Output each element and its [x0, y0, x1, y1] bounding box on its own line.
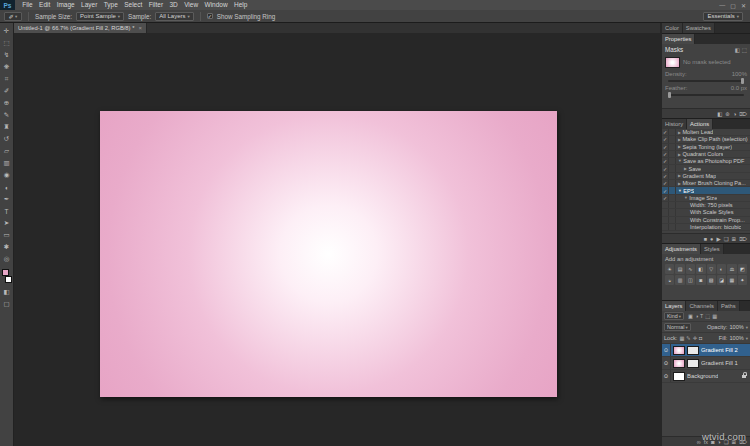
menu-item-3d[interactable]: 3D: [166, 0, 181, 10]
visibility-eye-icon[interactable]: ⊙: [662, 357, 671, 369]
density-slider[interactable]: [668, 80, 744, 82]
crop-tool-icon[interactable]: ⌗: [1, 73, 13, 85]
dialog-toggle-icon[interactable]: [669, 136, 676, 142]
brush-tool-icon[interactable]: ✎: [1, 109, 13, 121]
toggle-item-check-icon[interactable]: ✓: [662, 180, 669, 186]
filter-adjustment-icon[interactable]: ◑: [695, 313, 698, 319]
link-layers-icon[interactable]: ∞: [697, 439, 701, 445]
quick-mask-icon[interactable]: ◧: [1, 286, 13, 298]
record-icon[interactable]: ●: [710, 236, 713, 242]
menu-item-view[interactable]: View: [181, 0, 201, 10]
vibrance-icon[interactable]: ▽: [707, 264, 716, 274]
expand-arrow-icon[interactable]: ▼: [678, 159, 682, 163]
feather-slider[interactable]: [668, 94, 744, 96]
invert-icon[interactable]: ◙: [696, 275, 705, 285]
toggle-item-check-icon[interactable]: ✓: [662, 136, 669, 142]
hand-tool-icon[interactable]: ✱: [1, 241, 13, 253]
filter-type-icon[interactable]: T: [700, 313, 703, 319]
lock-position-icon[interactable]: ✛: [693, 335, 697, 341]
layer-filter-dropdown[interactable]: Kind ▾: [664, 312, 684, 320]
filter-shape-icon[interactable]: ⬚: [705, 313, 710, 319]
threshold-icon[interactable]: ◪: [717, 275, 726, 285]
hue-saturation-icon[interactable]: ◐: [717, 264, 726, 274]
posterize-icon[interactable]: ▨: [707, 275, 716, 285]
new-action-icon[interactable]: ⊞: [732, 236, 737, 242]
move-tool-icon[interactable]: ✛: [1, 25, 13, 37]
action-row[interactable]: ✓▶Make Clip Path (selection): [662, 136, 750, 143]
invert-mask-icon[interactable]: ◑: [733, 111, 736, 117]
minimize-icon[interactable]: —: [719, 2, 725, 9]
action-row[interactable]: ✓▼Image Size: [662, 195, 750, 202]
tab-history[interactable]: History: [662, 119, 687, 129]
expand-arrow-icon[interactable]: ▶: [678, 173, 681, 178]
opacity-value[interactable]: 100%: [729, 324, 743, 330]
close-icon[interactable]: ×: [138, 25, 142, 31]
vector-mask-icon[interactable]: ⬚: [742, 47, 747, 53]
maximize-icon[interactable]: ▢: [730, 2, 736, 9]
feather-value[interactable]: 0.0 px: [731, 85, 747, 91]
dialog-toggle-icon[interactable]: [669, 217, 676, 223]
menu-item-file[interactable]: File: [19, 0, 36, 10]
expand-arrow-icon[interactable]: ▶: [678, 181, 681, 186]
show-sampling-ring-checkbox[interactable]: ✓: [207, 13, 213, 19]
tab-layers[interactable]: Layers: [662, 301, 686, 311]
filter-smart-icon[interactable]: ▦: [712, 313, 717, 319]
menu-item-type[interactable]: Type: [101, 0, 121, 10]
lasso-tool-icon[interactable]: ↯: [1, 49, 13, 61]
action-row[interactable]: ✓▶Gradient Map: [662, 173, 750, 180]
color-lookup-icon[interactable]: ◫: [686, 275, 695, 285]
menu-item-image[interactable]: Image: [53, 0, 77, 10]
channel-mixer-icon[interactable]: ▥: [675, 275, 684, 285]
lock-transparency-icon[interactable]: ▦: [679, 335, 684, 341]
eyedropper-tool-icon[interactable]: ✐: [1, 85, 13, 97]
expand-arrow-icon[interactable]: ▶: [678, 144, 681, 149]
toggle-item-check-icon[interactable]: ✓: [662, 165, 669, 171]
action-row[interactable]: ✓▶Quadrant Colors: [662, 151, 750, 158]
brightness-contrast-icon[interactable]: ☀: [665, 264, 674, 274]
play-icon[interactable]: ▶: [716, 236, 720, 242]
lock-all-icon[interactable]: ◘: [699, 335, 702, 341]
current-tool-preset[interactable]: ✐ ▾: [4, 12, 22, 21]
tab-adjustments[interactable]: Adjustments: [662, 244, 701, 254]
density-value[interactable]: 100%: [732, 71, 747, 77]
clone-stamp-tool-icon[interactable]: ♜: [1, 121, 13, 133]
toggle-item-check-icon[interactable]: ✓: [662, 173, 669, 179]
color-range-icon[interactable]: ⊚: [725, 111, 730, 117]
dodge-tool-icon[interactable]: ◖: [1, 181, 13, 193]
dialog-toggle-icon[interactable]: [669, 158, 676, 164]
toggle-item-check-icon[interactable]: ✓: [662, 187, 669, 193]
action-row[interactable]: With Scale Styles: [662, 209, 750, 216]
layer-row[interactable]: ⊙Gradient Fill 1: [662, 357, 750, 370]
layer-row[interactable]: ⊙Background: [662, 370, 750, 383]
stop-icon[interactable]: ■: [704, 236, 707, 242]
action-row[interactable]: ✓▶Mixer Brush Cloning Pa...: [662, 180, 750, 187]
gradient-tool-icon[interactable]: ▥: [1, 157, 13, 169]
zoom-tool-icon[interactable]: ◎: [1, 253, 13, 265]
filter-pixel-icon[interactable]: ▣: [688, 313, 693, 319]
new-set-icon[interactable]: ❏: [724, 236, 729, 242]
action-row[interactable]: With Constrain Prop...: [662, 217, 750, 224]
action-row[interactable]: ✓▶Sepia Toning (layer): [662, 144, 750, 151]
rectangle-tool-icon[interactable]: ▭: [1, 229, 13, 241]
expand-arrow-icon[interactable]: ▼: [684, 196, 688, 200]
menu-item-help[interactable]: Help: [231, 0, 251, 10]
expand-arrow-icon[interactable]: ▶: [678, 137, 681, 142]
layer-thumbnail[interactable]: [673, 372, 685, 381]
layer-thumbnail[interactable]: [673, 346, 685, 355]
action-row[interactable]: ✓▶Save: [662, 165, 750, 172]
sample-dropdown[interactable]: All Layers ▾: [155, 12, 194, 21]
dialog-toggle-icon[interactable]: [669, 151, 676, 157]
expand-arrow-icon[interactable]: ▶: [684, 166, 687, 171]
menu-item-layer[interactable]: Layer: [78, 0, 101, 10]
dialog-toggle-icon[interactable]: [669, 165, 676, 171]
dialog-toggle-icon[interactable]: [669, 173, 676, 179]
feather-slider-knob[interactable]: [668, 92, 671, 98]
dialog-toggle-icon[interactable]: [669, 144, 676, 150]
dialog-toggle-icon[interactable]: [669, 209, 676, 215]
menu-item-edit[interactable]: Edit: [36, 0, 54, 10]
history-brush-tool-icon[interactable]: ↺: [1, 133, 13, 145]
pixel-mask-icon[interactable]: ◧: [735, 47, 740, 53]
layer-thumbnail[interactable]: [687, 359, 699, 368]
action-row[interactable]: Interpolation: bicubic: [662, 224, 750, 231]
document-tab[interactable]: Untitled-1 @ 66.7% (Gradient Fill 2, RGB…: [14, 23, 147, 33]
